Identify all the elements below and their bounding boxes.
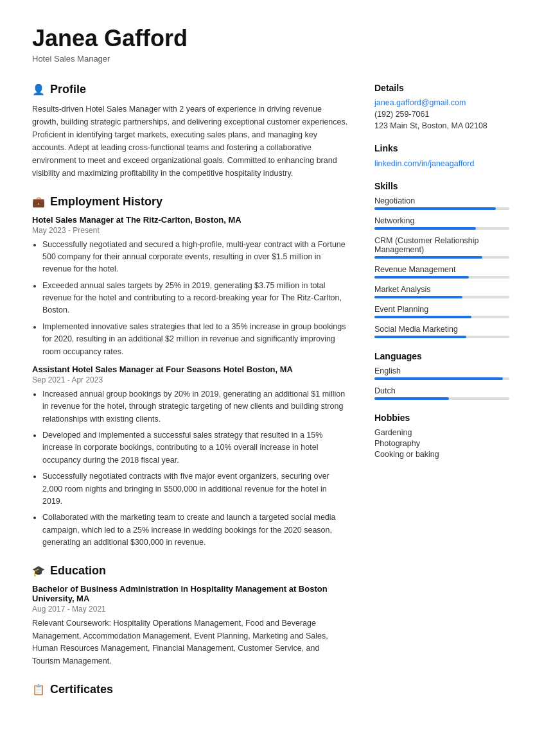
list-item: Exceeded annual sales targets by 25% in … bbox=[42, 280, 349, 317]
left-column: 👤 Profile Results-driven Hotel Sales Man… bbox=[32, 83, 349, 712]
edu-date: Aug 2017 - May 2021 bbox=[32, 605, 349, 614]
resume-wrapper: Janea Gafford Hotel Sales Manager 👤 Prof… bbox=[0, 0, 535, 737]
lang-bar-bg bbox=[374, 377, 509, 380]
lang-item: English bbox=[374, 366, 509, 380]
lang-name: English bbox=[374, 366, 509, 375]
skills-title: Skills bbox=[374, 181, 509, 191]
job-list: Hotel Sales Manager at The Ritz-Carlton,… bbox=[32, 215, 349, 549]
employment-section: 💼 Employment History Hotel Sales Manager… bbox=[32, 195, 349, 549]
skill-item: Market Analysis bbox=[374, 285, 509, 298]
skill-bar-fill bbox=[374, 256, 482, 259]
list-item: Collaborated with the marketing team to … bbox=[42, 511, 349, 549]
lang-bar-fill bbox=[374, 377, 503, 380]
candidate-name: Janea Gafford bbox=[32, 26, 509, 51]
list-item: Developed and implemented a successful s… bbox=[42, 429, 349, 467]
lang-name: Dutch bbox=[374, 386, 509, 395]
languages-list: EnglishDutch bbox=[374, 366, 509, 400]
main-content: 👤 Profile Results-driven Hotel Sales Man… bbox=[32, 83, 509, 712]
education-section-title: 🎓 Education bbox=[32, 564, 349, 578]
job-title: Assistant Hotel Sales Manager at Four Se… bbox=[32, 365, 349, 374]
lang-bar-fill bbox=[374, 397, 449, 400]
skill-bar-bg bbox=[374, 296, 509, 298]
skill-bar-fill bbox=[374, 316, 471, 318]
job-bullets: Increased annual group bookings by 20% i… bbox=[32, 388, 349, 549]
edu-title: Bachelor of Business Administration in H… bbox=[32, 584, 349, 603]
skill-bar-bg bbox=[374, 256, 509, 259]
skill-bar-bg bbox=[374, 336, 509, 338]
skill-bar-bg bbox=[374, 227, 509, 230]
education-list: Bachelor of Business Administration in H… bbox=[32, 584, 349, 667]
profile-section: 👤 Profile Results-driven Hotel Sales Man… bbox=[32, 83, 349, 180]
skill-item: Social Media Marketing bbox=[374, 325, 509, 338]
hobby-item: Photography bbox=[374, 439, 509, 448]
skill-name: Social Media Marketing bbox=[374, 325, 509, 334]
linkedin-link[interactable]: linkedin.com/in/janeagafford bbox=[374, 159, 474, 168]
details-section: Details janea.gafford@gmail.com (192) 25… bbox=[374, 83, 509, 130]
job-bullets: Successfully negotiated and secured a hi… bbox=[32, 239, 349, 358]
languages-title: Languages bbox=[374, 351, 509, 361]
skill-item: CRM (Customer Relationship Management) bbox=[374, 236, 509, 259]
skill-bar-fill bbox=[374, 336, 466, 338]
employment-icon: 💼 bbox=[32, 196, 45, 208]
skill-bar-fill bbox=[374, 276, 469, 279]
header-section: Janea Gafford Hotel Sales Manager bbox=[32, 26, 509, 64]
education-icon: 🎓 bbox=[32, 565, 45, 577]
skill-bar-bg bbox=[374, 316, 509, 318]
job-title: Hotel Sales Manager at The Ritz-Carlton,… bbox=[32, 215, 349, 225]
lang-item: Dutch bbox=[374, 386, 509, 400]
skill-name: Networking bbox=[374, 216, 509, 225]
hobbies-title: Hobbies bbox=[374, 413, 509, 423]
skill-item: Event Planning bbox=[374, 305, 509, 318]
employment-section-title: 💼 Employment History bbox=[32, 195, 349, 209]
list-item: Successfully negotiated and secured a hi… bbox=[42, 239, 349, 276]
edu-item: Bachelor of Business Administration in H… bbox=[32, 584, 349, 667]
job-item: Hotel Sales Manager at The Ritz-Carlton,… bbox=[32, 215, 349, 358]
profile-section-title: 👤 Profile bbox=[32, 83, 349, 96]
skills-list: NegotiationNetworkingCRM (Customer Relat… bbox=[374, 196, 509, 338]
languages-section: Languages EnglishDutch bbox=[374, 351, 509, 400]
job-date: Sep 2021 - Apr 2023 bbox=[32, 375, 349, 384]
links-section: Links linkedin.com/in/janeagafford bbox=[374, 143, 509, 168]
skill-name: Revenue Management bbox=[374, 265, 509, 274]
skill-bar-bg bbox=[374, 207, 509, 210]
hobby-item: Gardening bbox=[374, 428, 509, 437]
address: 123 Main St, Boston, MA 02108 bbox=[374, 121, 509, 130]
skill-name: Market Analysis bbox=[374, 285, 509, 294]
details-title: Details bbox=[374, 83, 509, 93]
skill-name: CRM (Customer Relationship Management) bbox=[374, 236, 509, 254]
list-item: Successfully negotiated contracts with f… bbox=[42, 470, 349, 508]
edu-text: Relevant Coursework: Hospitality Operati… bbox=[32, 617, 349, 667]
links-title: Links bbox=[374, 143, 509, 153]
education-section: 🎓 Education Bachelor of Business Adminis… bbox=[32, 564, 349, 667]
skill-bar-fill bbox=[374, 296, 462, 298]
skill-bar-fill bbox=[374, 227, 476, 230]
phone-number: (192) 259-7061 bbox=[374, 110, 509, 119]
skill-name: Event Planning bbox=[374, 305, 509, 314]
list-item: Implemented innovative sales strategies … bbox=[42, 321, 349, 358]
profile-text: Results-driven Hotel Sales Manager with … bbox=[32, 103, 349, 180]
skill-item: Networking bbox=[374, 216, 509, 230]
lang-bar-bg bbox=[374, 397, 509, 400]
skill-name: Negotiation bbox=[374, 196, 509, 205]
skill-bar-bg bbox=[374, 276, 509, 279]
list-item: Increased annual group bookings by 20% i… bbox=[42, 388, 349, 425]
certificates-icon: 📋 bbox=[32, 683, 45, 696]
hobby-item: Cooking or baking bbox=[374, 450, 509, 459]
job-date: May 2023 - Present bbox=[32, 226, 349, 235]
hobbies-section: Hobbies GardeningPhotographyCooking or b… bbox=[374, 413, 509, 459]
email-link[interactable]: janea.gafford@gmail.com bbox=[374, 98, 509, 107]
profile-icon: 👤 bbox=[32, 83, 45, 96]
candidate-title: Hotel Sales Manager bbox=[32, 54, 509, 64]
hobbies-list: GardeningPhotographyCooking or baking bbox=[374, 428, 509, 459]
certificates-section-title: 📋 Certificates bbox=[32, 683, 349, 696]
right-column: Details janea.gafford@gmail.com (192) 25… bbox=[374, 83, 509, 712]
certificates-section: 📋 Certificates bbox=[32, 683, 349, 696]
job-item: Assistant Hotel Sales Manager at Four Se… bbox=[32, 365, 349, 549]
skill-item: Negotiation bbox=[374, 196, 509, 210]
skill-item: Revenue Management bbox=[374, 265, 509, 279]
skills-section: Skills NegotiationNetworkingCRM (Custome… bbox=[374, 181, 509, 338]
skill-bar-fill bbox=[374, 207, 496, 210]
